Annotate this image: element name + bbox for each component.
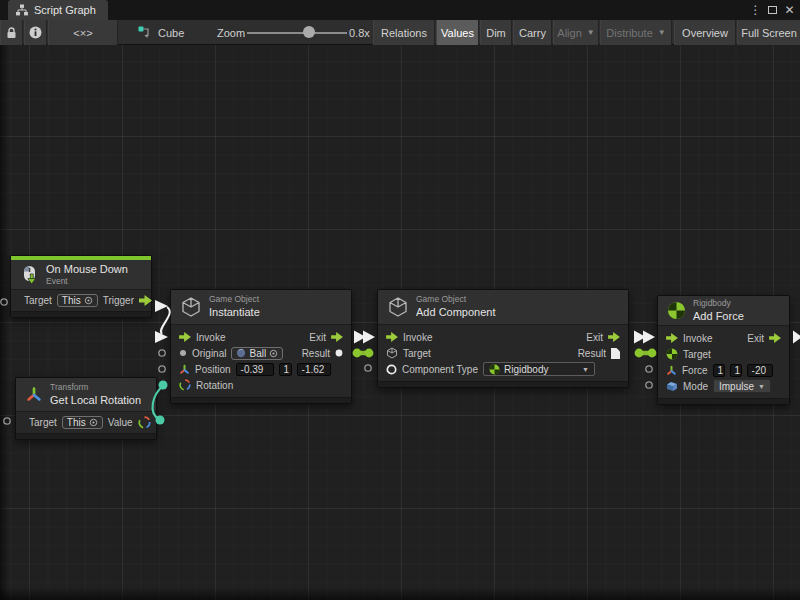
chevron-down-icon: ▼: [658, 28, 666, 37]
graph-context[interactable]: Cube: [138, 20, 184, 45]
toolbar-button-fullscreen[interactable]: Full Screen: [737, 20, 800, 45]
node-category: Game Object: [209, 294, 260, 305]
toolbar-button-align[interactable]: Align ▼: [553, 20, 599, 45]
force-x-field[interactable]: 1: [713, 364, 725, 377]
position-y-field[interactable]: 1: [279, 363, 292, 376]
rotation-icon[interactable]: [138, 416, 151, 429]
force-z-field[interactable]: -20: [747, 364, 773, 377]
port-row: Target This Trigger: [11, 290, 151, 311]
port-row: Force 1 1 -20: [658, 362, 789, 378]
lock-button[interactable]: [0, 20, 23, 45]
graph-toolbar: <×> Cube Zoom 0.8x Relations Values Dim …: [0, 20, 800, 45]
exit-label: Exit: [309, 332, 326, 343]
tab-script-graph[interactable]: Script Graph: [8, 0, 108, 20]
flow-output-port[interactable]: [331, 332, 343, 342]
flow-input-port[interactable]: [179, 332, 191, 342]
object-picker-icon[interactable]: [84, 296, 93, 305]
port-row: Target: [658, 346, 789, 362]
component-result-icon[interactable]: [611, 348, 620, 359]
chevron-down-icon: ▼: [758, 383, 765, 390]
script-graph-window: Script Graph ⋮ ✕ <×>: [0, 0, 800, 600]
port-row: Mode Impulse ▼: [658, 378, 789, 394]
zoom-slider[interactable]: [247, 32, 347, 34]
node-body: Invoke Exit Target F: [658, 326, 789, 398]
node-category: Game Object: [416, 294, 496, 305]
target-label: Target: [24, 295, 52, 306]
node-add-force[interactable]: Rigidbody Add Force Invoke Exit: [657, 295, 790, 405]
flow-input-port[interactable]: [666, 333, 678, 343]
toolbar-button-overview[interactable]: Overview: [674, 20, 736, 45]
target-value-chip[interactable]: This: [57, 294, 98, 307]
node-instantiate[interactable]: Game Object Instantiate Invoke Exit Orig…: [170, 289, 352, 404]
chevron-down-icon: ▼: [582, 366, 589, 373]
gameobject-icon: [387, 296, 409, 318]
info-icon: [29, 26, 42, 39]
node-header: On Mouse Down Event: [11, 260, 151, 290]
position-z-field[interactable]: -1.62: [297, 363, 331, 376]
object-picker-icon[interactable]: [89, 418, 98, 427]
maximize-icon[interactable]: [764, 0, 781, 20]
lock-icon: [6, 27, 17, 39]
port-row: Component Type Rigidbody ▼: [378, 361, 628, 377]
window-menu-icon[interactable]: ⋮: [747, 0, 764, 20]
port-row: Invoke Exit: [378, 329, 628, 345]
flow-input-port[interactable]: [386, 332, 398, 342]
gameobject-icon: [180, 296, 202, 318]
node-get-local-rotation[interactable]: Transform Get Local Rotation Target This…: [15, 377, 157, 440]
tab-title: Script Graph: [34, 4, 96, 16]
node-header: Rigidbody Add Force: [658, 296, 789, 326]
node-body: Invoke Exit Original Ball: [171, 325, 351, 397]
mouse-down-icon: [20, 265, 39, 285]
force-y-field[interactable]: 1: [730, 364, 742, 377]
type-port-icon[interactable]: [386, 364, 397, 375]
value-label: Value: [108, 417, 133, 428]
flow-output-port[interactable]: [608, 332, 620, 342]
toolbar-button-relations[interactable]: Relations: [373, 20, 435, 45]
toolbar-button-values[interactable]: Values: [436, 20, 479, 45]
port-row: Rotation: [171, 377, 351, 393]
original-value-chip[interactable]: Ball: [231, 347, 283, 360]
port-row: Invoke Exit: [171, 329, 351, 345]
node-category: Transform: [50, 382, 141, 393]
result-label: Result: [578, 348, 606, 359]
flow-output-port[interactable]: [139, 295, 152, 306]
force-vector-icon: [666, 365, 677, 376]
rotation-label: Rotation: [196, 380, 233, 391]
node-on-mouse-down[interactable]: On Mouse Down Event Target This Trigger: [10, 255, 152, 318]
code-preview-button[interactable]: <×>: [48, 20, 118, 45]
info-button[interactable]: [24, 20, 47, 45]
force-label: Force: [682, 365, 708, 376]
target-label: Target: [29, 417, 57, 428]
node-title: Add Component: [416, 305, 496, 319]
node-title: Add Force: [693, 309, 744, 323]
trigger-label: Trigger: [103, 295, 134, 306]
value-port-icon[interactable]: [179, 349, 187, 357]
code-preview-icon: <×>: [73, 27, 92, 39]
close-icon[interactable]: ✕: [781, 0, 798, 20]
node-category: Rigidbody: [693, 298, 744, 309]
target-value-chip[interactable]: This: [62, 416, 103, 429]
position-x-field[interactable]: -0.39: [236, 363, 274, 376]
original-label: Original: [192, 348, 226, 359]
toolbar-button-distribute[interactable]: Distribute ▼: [600, 20, 672, 45]
component-type-dropdown[interactable]: Rigidbody ▼: [483, 362, 595, 376]
zoom-value: 0.8x: [349, 20, 370, 45]
toolbar-button-carry[interactable]: Carry: [513, 20, 552, 45]
rigidbody-icon: [666, 348, 678, 360]
port-row: Target Result: [378, 345, 628, 361]
node-footer: [378, 381, 628, 387]
transform-icon: [25, 386, 43, 404]
title-bar: Script Graph ⋮ ✕: [0, 0, 800, 20]
node-add-component[interactable]: Game Object Add Component Invoke Exit Ta…: [377, 289, 629, 388]
node-footer: [11, 311, 151, 317]
mode-dropdown[interactable]: Impulse ▼: [713, 379, 771, 393]
mode-label: Mode: [683, 381, 708, 392]
value-port-icon[interactable]: [335, 349, 343, 357]
zoom-slider-handle[interactable]: [303, 26, 315, 38]
toolbar-button-dim[interactable]: Dim: [480, 20, 512, 45]
invoke-label: Invoke: [196, 332, 225, 343]
object-picker-icon[interactable]: [269, 349, 278, 358]
position-label: Position: [195, 364, 231, 375]
flow-output-port[interactable]: [769, 333, 781, 343]
node-subtitle: Event: [46, 276, 128, 287]
